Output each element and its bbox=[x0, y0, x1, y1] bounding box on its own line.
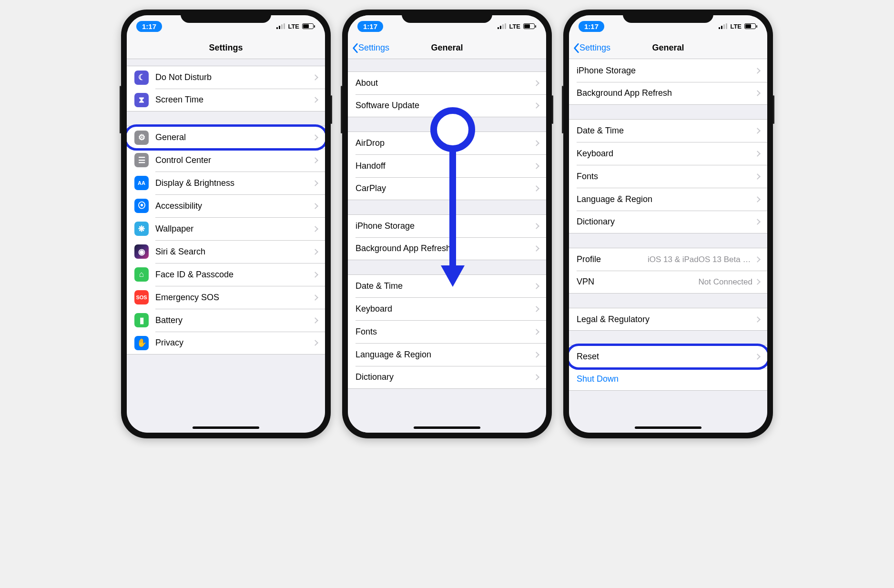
cell-value: iOS 13 & iPadOS 13 Beta Softwar... bbox=[648, 255, 752, 264]
row-profile[interactable]: ProfileiOS 13 & iPadOS 13 Beta Softwar..… bbox=[569, 248, 767, 271]
row-general[interactable]: ⚙General bbox=[127, 126, 325, 149]
general-list[interactable]: AboutSoftware UpdateAirDropHandoffCarPla… bbox=[348, 59, 546, 433]
notch bbox=[623, 10, 713, 23]
cell-label: Fonts bbox=[577, 172, 755, 182]
battery-icon bbox=[302, 23, 314, 29]
row-display-brightness[interactable]: AADisplay & Brightness bbox=[127, 172, 325, 194]
network-label: LTE bbox=[509, 23, 520, 30]
row-date-time[interactable]: Date & Time bbox=[569, 119, 767, 142]
nav-bar: Settings General bbox=[348, 37, 546, 59]
chevron-right-icon bbox=[533, 329, 539, 335]
cell-label: Control Center bbox=[155, 155, 313, 165]
row-keyboard[interactable]: Keyboard bbox=[348, 297, 546, 320]
cell-label: Dictionary bbox=[577, 217, 755, 227]
row-iphone-storage[interactable]: iPhone Storage bbox=[348, 214, 546, 237]
cell-label: Accessibility bbox=[155, 201, 313, 211]
row-shut-down[interactable]: Shut Down bbox=[569, 368, 767, 391]
signal-bars-icon bbox=[498, 23, 506, 29]
chevron-right-icon bbox=[754, 316, 761, 323]
row-language-region[interactable]: Language & Region bbox=[569, 188, 767, 211]
back-label: Settings bbox=[358, 43, 389, 53]
chevron-right-icon bbox=[312, 134, 318, 141]
cell-label: Do Not Disturb bbox=[155, 72, 313, 82]
screen-1: 1:17 LTE Settings ☾Do Not Disturb⧗Screen… bbox=[127, 15, 325, 433]
chevron-right-icon bbox=[754, 151, 761, 157]
row-battery[interactable]: ▮Battery bbox=[127, 309, 325, 332]
status-time: 1:17 bbox=[136, 21, 162, 32]
battery-icon: ▮ bbox=[134, 313, 149, 327]
chevron-right-icon bbox=[312, 226, 318, 232]
row-background-app-refresh[interactable]: Background App Refresh bbox=[348, 237, 546, 260]
back-button[interactable]: Settings bbox=[348, 43, 389, 53]
home-indicator[interactable] bbox=[635, 426, 701, 429]
chevron-right-icon bbox=[533, 140, 539, 146]
chevron-right-icon bbox=[312, 340, 318, 346]
row-siri-search[interactable]: ◉Siri & Search bbox=[127, 240, 325, 263]
nav-bar: Settings bbox=[127, 37, 325, 59]
row-keyboard[interactable]: Keyboard bbox=[569, 142, 767, 165]
chevron-right-icon bbox=[754, 173, 761, 180]
row-dictionary[interactable]: Dictionary bbox=[569, 211, 767, 233]
chevron-right-icon bbox=[312, 203, 318, 209]
row-do-not-disturb[interactable]: ☾Do Not Disturb bbox=[127, 66, 325, 89]
cell-label: Fonts bbox=[356, 327, 534, 337]
row-face-id-passcode[interactable]: ⌂Face ID & Passcode bbox=[127, 263, 325, 286]
chevron-right-icon bbox=[312, 180, 318, 186]
row-legal-regulatory[interactable]: Legal & Regulatory bbox=[569, 308, 767, 331]
moon-icon: ☾ bbox=[134, 71, 149, 85]
row-privacy[interactable]: ✋Privacy bbox=[127, 332, 325, 355]
status-right: LTE bbox=[498, 23, 535, 30]
row-carplay[interactable]: CarPlay bbox=[348, 177, 546, 200]
row-iphone-storage[interactable]: iPhone Storage bbox=[569, 59, 767, 82]
chevron-right-icon bbox=[754, 196, 761, 203]
cell-label: Keyboard bbox=[356, 304, 534, 314]
home-indicator[interactable] bbox=[193, 426, 259, 429]
row-accessibility[interactable]: ⦿Accessibility bbox=[127, 194, 325, 217]
row-software-update[interactable]: Software Update bbox=[348, 94, 546, 117]
chevron-right-icon bbox=[754, 128, 761, 134]
cell-label: AirDrop bbox=[356, 138, 534, 148]
chevron-right-icon bbox=[754, 354, 761, 360]
home-indicator[interactable] bbox=[414, 426, 480, 429]
chevron-right-icon bbox=[533, 283, 539, 289]
row-airdrop[interactable]: AirDrop bbox=[348, 132, 546, 154]
chevron-right-icon bbox=[312, 294, 318, 301]
chevron-left-icon bbox=[352, 43, 358, 53]
row-wallpaper[interactable]: ❋Wallpaper bbox=[127, 217, 325, 240]
settings-list[interactable]: ☾Do Not Disturb⧗Screen Time⚙General☰Cont… bbox=[127, 59, 325, 433]
back-button[interactable]: Settings bbox=[569, 43, 610, 53]
chevron-right-icon bbox=[533, 163, 539, 169]
row-screen-time[interactable]: ⧗Screen Time bbox=[127, 89, 325, 112]
chevron-right-icon bbox=[533, 185, 539, 192]
chevron-right-icon bbox=[312, 157, 318, 163]
signal-bars-icon bbox=[276, 23, 285, 29]
cell-label: Background App Refresh bbox=[577, 88, 755, 98]
row-date-time[interactable]: Date & Time bbox=[348, 274, 546, 297]
status-right: LTE bbox=[276, 23, 314, 30]
row-emergency-sos[interactable]: SOSEmergency SOS bbox=[127, 286, 325, 309]
phone-frame-1: 1:17 LTE Settings ☾Do Not Disturb⧗Screen… bbox=[121, 10, 331, 438]
row-dictionary[interactable]: Dictionary bbox=[348, 366, 546, 389]
row-fonts[interactable]: Fonts bbox=[348, 320, 546, 343]
notch bbox=[402, 10, 492, 23]
status-time: 1:17 bbox=[357, 21, 383, 32]
row-background-app-refresh[interactable]: Background App Refresh bbox=[569, 82, 767, 105]
general-list-scrolled[interactable]: iPhone StorageBackground App RefreshDate… bbox=[569, 59, 767, 433]
cell-label: CarPlay bbox=[356, 183, 534, 193]
cell-label: Software Update bbox=[356, 101, 534, 111]
row-control-center[interactable]: ☰Control Center bbox=[127, 149, 325, 172]
cell-label: Shut Down bbox=[577, 374, 760, 384]
cell-label: Profile bbox=[577, 254, 648, 264]
chevron-right-icon bbox=[754, 90, 761, 96]
row-about[interactable]: About bbox=[348, 71, 546, 94]
screen-2: 1:17 LTE Settings General AboutSoftware … bbox=[348, 15, 546, 433]
row-handoff[interactable]: Handoff bbox=[348, 154, 546, 177]
chevron-right-icon bbox=[533, 102, 539, 109]
cell-label: Dictionary bbox=[356, 372, 534, 382]
nav-bar: Settings General bbox=[569, 37, 767, 59]
hourglass-icon: ⧗ bbox=[134, 93, 149, 107]
row-fonts[interactable]: Fonts bbox=[569, 165, 767, 188]
row-language-region[interactable]: Language & Region bbox=[348, 343, 546, 366]
row-vpn[interactable]: VPNNot Connected bbox=[569, 271, 767, 294]
row-reset[interactable]: Reset bbox=[569, 345, 767, 368]
